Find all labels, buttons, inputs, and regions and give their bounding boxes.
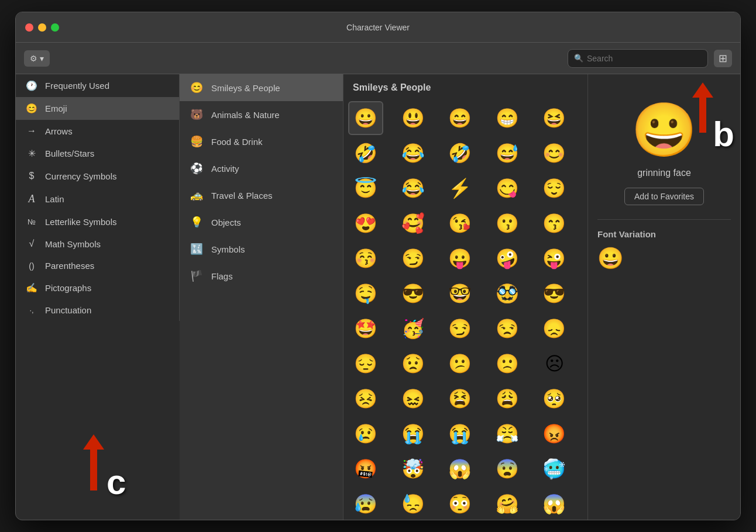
category-symbols[interactable]: 🔣 Symbols [180,236,343,262]
sidebar-label-math: Math Symbols [45,239,101,249]
category-objects[interactable]: 💡 Objects [180,209,343,236]
sidebar-item-letterlike[interactable]: № Letterlike Symbols [16,211,179,233]
clock-icon: 🕐 [25,80,38,91]
emoji-cell[interactable]: ☹ [537,347,572,381]
emoji-cell[interactable]: 😗 [490,206,525,240]
emoji-cell[interactable]: 🤣 [348,136,383,170]
sidebar-item-arrows[interactable]: → Arrows [16,120,179,142]
emoji-cell[interactable]: 😟 [396,347,431,381]
emoji-cell[interactable]: 😒 [490,312,525,346]
left-sidebar: 🕐 Frequently Used 😊 Emoji → Arrows ✳ Bul… [16,74,180,321]
emoji-cell[interactable]: 😂 [396,171,431,205]
close-button[interactable] [25,23,33,32]
emoji-cell[interactable]: 😩 [490,382,525,416]
category-food-drink[interactable]: 🍔 Food & Drink [180,128,343,155]
emoji-cell[interactable]: 🥰 [396,206,431,240]
emoji-cell[interactable]: 🤣 [442,136,477,170]
emoji-cell[interactable]: 😳 [442,487,477,520]
category-smileys-people[interactable]: 😊 Smileys & People [180,74,343,101]
sidebar-item-bullets-stars[interactable]: ✳ Bullets/Stars [16,142,179,165]
sidebar-item-punctuation[interactable]: ·, Punctuation [16,299,179,321]
emoji-cell[interactable]: 😖 [396,382,431,416]
font-variation-emoji[interactable]: 😀 [597,246,624,271]
emoji-cell[interactable]: 😭 [442,417,477,451]
sidebar-label-punctuation: Punctuation [45,305,91,315]
emoji-cell[interactable]: 🤓 [442,277,477,310]
emoji-cell[interactable]: 😱 [537,487,572,520]
activity-icon: ⚽ [189,162,204,175]
emoji-cell[interactable]: 😅 [490,136,525,170]
emoji-cell[interactable]: 😏 [442,312,477,346]
emoji-cell[interactable]: 😌 [537,171,572,205]
sidebar-item-latin[interactable]: A Latin [16,187,179,211]
emoji-cell[interactable]: 😭 [396,417,431,451]
emoji-cell[interactable]: 😫 [442,382,477,416]
emoji-cell[interactable]: 🥺 [537,382,572,416]
emoji-cell[interactable]: 🤩 [348,312,383,346]
emoji-cell[interactable]: 😎 [396,277,431,310]
emoji-cell[interactable]: 😤 [490,417,525,451]
settings-button[interactable]: ⚙ ▾ [24,50,50,67]
sidebar-item-currency-symbols[interactable]: $ Currency Symbols [16,165,179,187]
emoji-cell[interactable]: 😓 [396,487,431,520]
category-travel-places[interactable]: 🚕 Travel & Places [180,182,343,209]
emoji-cell[interactable]: 🥳 [396,312,431,346]
emoji-cell[interactable]: 😃 [396,101,431,135]
emoji-cell[interactable]: 🙁 [490,347,525,381]
emoji-cell[interactable]: 😢 [348,417,383,451]
emoji-cell[interactable]: 😀 [348,101,383,135]
emoji-cell[interactable]: 😞 [537,312,572,346]
emoji-cell[interactable]: 🤤 [348,277,383,310]
emoji-cell[interactable]: 😊 [537,136,572,170]
emoji-cell[interactable]: 😂 [396,136,431,170]
font-variation-title: Font Variation [597,229,731,239]
sidebar-item-math-symbols[interactable]: √ Math Symbols [16,233,179,255]
emoji-cell[interactable]: 😎 [537,277,572,310]
sidebar-item-parentheses[interactable]: () Parentheses [16,255,179,277]
grid-view-button[interactable]: ⊞ [714,50,732,67]
emoji-cell[interactable]: 🤯 [396,452,431,486]
emoji-cell[interactable]: 😱 [442,452,477,486]
emoji-cell[interactable]: 🤗 [490,487,525,520]
emoji-cell[interactable]: 😏 [396,241,431,275]
minimize-button[interactable] [38,23,46,32]
search-input[interactable] [587,54,702,63]
category-animals-nature[interactable]: 🐻 Animals & Nature [180,101,343,128]
emoji-cell[interactable]: 😄 [442,101,477,135]
detail-emoji: 😀 [631,103,697,156]
smileys-icon: 😊 [189,81,204,94]
emoji-cell[interactable]: 😜 [537,241,572,275]
emoji-cell[interactable]: 🤪 [490,241,525,275]
emoji-cell[interactable]: 😋 [490,171,525,205]
emoji-cell[interactable]: 😘 [442,206,477,240]
emoji-cell[interactable]: 😍 [348,206,383,240]
emoji-cell[interactable]: 😇 [348,171,383,205]
add-to-favorites-button[interactable]: Add to Favorites [624,188,704,205]
emoji-cell[interactable]: 🥸 [490,277,525,310]
emoji-cell[interactable]: ⚡ [442,171,477,205]
emoji-cell[interactable]: 😣 [348,382,383,416]
font-variation-section: Font Variation 😀 [597,219,731,271]
emoji-cell[interactable]: 😁 [490,101,525,135]
emoji-cell[interactable]: 🤬 [348,452,383,486]
annotation-arrow-b [692,82,713,133]
sidebar-item-emoji[interactable]: 😊 Emoji [16,97,179,120]
sidebar-item-frequently-used[interactable]: 🕐 Frequently Used [16,74,179,97]
sidebar-item-pictographs[interactable]: ✍ Pictographs [16,277,179,299]
animals-icon: 🐻 [189,108,204,121]
maximize-button[interactable] [51,23,59,32]
emoji-cell[interactable]: 😡 [537,417,572,451]
category-activity[interactable]: ⚽ Activity [180,155,343,182]
sidebar-label-pictographs: Pictographs [45,283,91,293]
emoji-cell[interactable]: 😨 [490,452,525,486]
emoji-cell[interactable]: 😚 [348,241,383,275]
emoji-cell[interactable]: 😆 [537,101,572,135]
emoji-cell[interactable]: 😕 [442,347,477,381]
emoji-cell[interactable]: 😔 [348,347,383,381]
emoji-cell[interactable]: 😰 [348,487,383,520]
sidebar-label-bullets: Bullets/Stars [45,148,94,158]
emoji-cell[interactable]: 😛 [442,241,477,275]
emoji-cell[interactable]: 😙 [537,206,572,240]
category-flags[interactable]: 🏴 Flags [180,262,343,289]
emoji-cell[interactable]: 🥶 [537,452,572,486]
